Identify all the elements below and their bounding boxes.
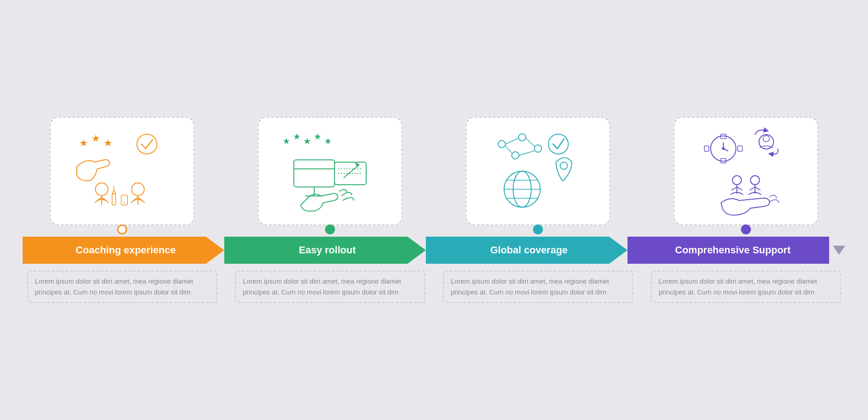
bottom-text-row: Lorem ipsum dolor sit dim amet, mea regi… [23,271,845,303]
arrow-label-support: Comprehensive Support [627,234,829,266]
svg-point-60 [750,176,760,185]
svg-point-31 [498,140,505,148]
svg-rect-22 [294,160,335,187]
icon-card-rollout: ★ ★ ★ ★ ★ [258,117,402,225]
icon-card-global [466,117,610,225]
text-coaching: Lorem ipsum dolor sit dim amet, mea regi… [27,271,217,303]
arrow-row: Coaching experience Easy rollout Global … [23,234,845,266]
svg-rect-50 [738,146,742,151]
support-label-text: Comprehensive Support [675,244,790,256]
arrow-label-coaching: Coaching experience [23,234,224,266]
dot-rollout [325,224,335,234]
text-global: Lorem ipsum dolor sit dim amet, mea regi… [443,271,633,303]
arrow-global: Global coverage [426,234,627,266]
svg-line-38 [519,151,534,155]
svg-point-4 [95,183,108,196]
arrow-support: Comprehensive Support [627,234,829,266]
description-coaching: Lorem ipsum dolor sit dim amet, mea regi… [35,276,209,298]
svg-text:★: ★ [324,136,332,146]
arrow-label-rollout: Easy rollout [224,234,426,266]
svg-point-11 [132,183,144,196]
global-label-text: Global coverage [490,244,567,256]
svg-marker-30 [355,162,359,168]
icon-card-coaching: ★ ★ ★ [50,117,194,225]
svg-text:★: ★ [79,137,88,149]
svg-line-62 [750,187,755,190]
rollout-icon: ★ ★ ★ ★ ★ [280,126,380,216]
arrow-rollout: Easy rollout [224,234,426,266]
svg-point-32 [519,134,526,141]
dot-support [741,224,751,234]
svg-point-34 [512,152,519,159]
dot-coaching [117,224,127,234]
card-rollout: ★ ★ ★ ★ ★ [235,117,425,234]
svg-line-37 [505,146,512,153]
svg-rect-15 [121,195,127,205]
icon-cards-row: ★ ★ ★ [23,117,845,234]
svg-line-58 [731,187,737,190]
svg-text:★: ★ [283,136,290,146]
svg-text:★: ★ [293,132,301,141]
svg-point-56 [732,176,741,185]
svg-point-45 [560,162,567,169]
description-support: Lorem ipsum dolor sit dim amet, mea regi… [659,276,833,298]
svg-point-3 [137,134,157,154]
svg-line-63 [755,187,760,190]
rollout-label-text: Easy rollout [299,244,356,256]
arrow-label-global: Global coverage [426,234,627,266]
card-support [651,117,841,234]
support-icon [696,126,796,216]
description-rollout: Lorem ipsum dolor sit dim amet, mea regi… [243,276,417,298]
svg-text:★: ★ [314,132,321,141]
infographic: ★ ★ ★ [23,117,845,303]
end-arrow [833,246,845,255]
svg-rect-49 [704,146,709,151]
global-icon [488,126,588,216]
svg-text:★: ★ [91,133,100,144]
svg-point-53 [722,147,725,150]
icon-card-support [674,117,818,225]
svg-point-33 [534,145,542,152]
coaching-label-text: Coaching experience [75,244,175,256]
dot-global [533,224,543,234]
svg-text:★: ★ [303,136,311,146]
description-global: Lorem ipsum dolor sit dim amet, mea regi… [451,276,625,298]
svg-rect-8 [112,194,116,205]
text-support: Lorem ipsum dolor sit dim amet, mea regi… [651,271,841,303]
coaching-icon: ★ ★ ★ [72,126,172,216]
card-global [443,117,633,234]
svg-marker-9 [112,189,116,194]
svg-line-59 [737,187,742,190]
svg-line-36 [526,138,534,146]
svg-text:★: ★ [104,137,113,149]
arrow-coaching: Coaching experience [23,234,224,266]
svg-line-35 [505,138,519,144]
text-rollout: Lorem ipsum dolor sit dim amet, mea regi… [235,271,425,303]
svg-point-55 [763,135,769,142]
svg-point-39 [548,134,568,154]
card-coaching: ★ ★ ★ [27,117,217,234]
